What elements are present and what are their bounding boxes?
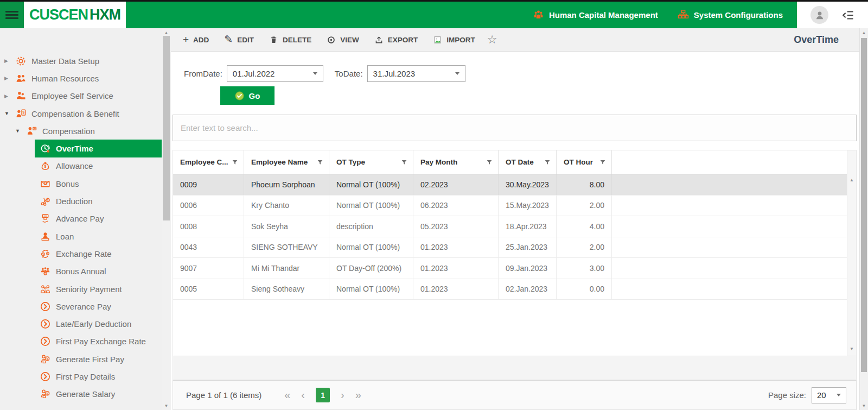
window-scrollbar-thumb[interactable] (861, 38, 867, 372)
sidebar-item-deduction[interactable]: Deduction (35, 192, 162, 210)
column-header-ot-date[interactable]: OT Date (499, 150, 557, 174)
column-header-ot-hour[interactable]: OT Hour (557, 150, 612, 174)
scroll-down-icon[interactable]: ▼ (860, 403, 868, 408)
from-date-picker[interactable]: 01.Jul.2022 (227, 65, 323, 82)
sidebar-item-label: Severance Pay (56, 302, 111, 311)
scroll-up-icon[interactable]: ▲ (860, 30, 868, 35)
sidebar-item-label: First Pay Details (56, 372, 115, 381)
table-row[interactable]: 9007Mi Mi ThandarOT Day-Off (200%)01.202… (173, 258, 856, 279)
sidebar-item-human-resources[interactable]: ▶Human Resources (0, 70, 162, 87)
pager-summary: Page 1 of 1 (6 items) (186, 390, 261, 400)
toolbar-button-label: IMPORT (446, 36, 475, 44)
first-page-button[interactable]: « (284, 389, 290, 401)
table-row[interactable]: 0006Kry ChantoNormal OT (100%)06.202315.… (173, 195, 856, 217)
sidebar-item-compensation-benefit[interactable]: ▼Compensation & Benefit (0, 105, 162, 122)
current-page-button[interactable]: 1 (316, 388, 330, 402)
sidebar-item-exchange-rate[interactable]: Exchange Rate (35, 245, 162, 262)
chevron-right-icon[interactable]: ▶ (4, 93, 15, 99)
to-date-picker[interactable]: 31.Jul.2023 (367, 65, 465, 82)
sidebar-item-generate-first-pay[interactable]: Generate First Pay (35, 350, 162, 368)
table-cell: 05.2023 (413, 216, 499, 237)
edit-button[interactable]: ✎EDIT (216, 33, 261, 46)
sidebar-item-seniority-payment[interactable]: Seniority Payment (35, 280, 162, 298)
sidebar-item-allowance[interactable]: Allowance (35, 157, 162, 175)
sidebar-item-label: Advance Pay (56, 214, 104, 223)
from-date-label: FromDate: (184, 69, 222, 78)
table-row[interactable]: 0009Phoeurn SorphoanNormal OT (100%)02.2… (173, 174, 856, 195)
sidebar-item-severance-pay[interactable]: Severance Pay (35, 298, 162, 315)
table-row[interactable]: 0005Sieng SotheavyNormal OT (100%)01.202… (173, 279, 856, 300)
column-header-label: Employee C... (180, 158, 228, 166)
panel-collapse-icon[interactable] (841, 9, 854, 22)
scissors-icon (40, 195, 51, 207)
chevron-right-icon[interactable]: ▶ (4, 58, 15, 64)
scroll-up-icon[interactable]: ▲ (162, 30, 171, 35)
page-size-select[interactable]: 20 (812, 387, 846, 403)
top-header-bar: CUSCEN HXM Human Capital Management Syst… (0, 0, 868, 28)
column-header-employee-name[interactable]: Employee Name (244, 150, 329, 174)
table-row[interactable]: 0043SIENG SOTHEAVYNormal OT (100%)01.202… (173, 237, 856, 258)
nav-human-capital-management[interactable]: Human Capital Management (533, 9, 658, 21)
scroll-up-icon[interactable]: ▲ (847, 178, 856, 182)
sidebar-item-master-data-setup[interactable]: ▶Master Data Setup (0, 52, 162, 70)
column-header-ot-type[interactable]: OT Type (329, 150, 413, 174)
sidebar-item-compensation[interactable]: ▼Compensation (0, 122, 162, 140)
previous-page-button[interactable]: ‹ (301, 389, 305, 401)
sidebar-item-first-pay-details[interactable]: First Pay Details (35, 368, 162, 385)
grid-search-box (173, 115, 857, 141)
sidebar-item-first-pay-exchange-rate[interactable]: First Pay Exchange Rate (35, 333, 162, 350)
import-button[interactable]: IMPORT (425, 33, 483, 47)
scroll-down-icon[interactable]: ▼ (162, 403, 171, 408)
view-button[interactable]: VIEW (319, 33, 367, 47)
favorite-button[interactable]: ☆ (487, 33, 497, 46)
grid-vertical-scrollbar[interactable]: ▲ ▼ (847, 150, 856, 356)
sidebar-scrollbar[interactable]: ▲ ▼ (162, 28, 171, 410)
sidebar-item-late-early-deduction[interactable]: Late/Early Deduction (35, 315, 162, 332)
export-button[interactable]: EXPORT (367, 33, 426, 47)
chevron-down-icon[interactable] (313, 72, 317, 75)
to-date-label: ToDate: (335, 69, 363, 78)
chevron-down-icon[interactable]: ▼ (15, 128, 26, 134)
chevron-right-icon[interactable]: ▶ (4, 75, 15, 81)
chevron-down-icon[interactable] (837, 394, 841, 396)
table-cell: Normal OT (100%) (329, 279, 413, 300)
hamburger-icon (5, 9, 18, 21)
chevron-down-icon[interactable]: ▼ (4, 111, 15, 116)
go-button[interactable]: Go (220, 86, 275, 105)
last-page-button[interactable]: » (355, 389, 361, 401)
window-scrollbar[interactable]: ▲ ▼ (859, 28, 868, 410)
sidebar-item-overtime[interactable]: OverTime (35, 140, 162, 157)
chevron-down-icon[interactable] (455, 72, 459, 75)
delete-button[interactable]: DELETE (261, 33, 319, 47)
sidebar-item-label: Exchange Rate (56, 249, 112, 258)
sidebar-item-advance-pay[interactable]: Advance Pay (35, 210, 162, 228)
app-logo: CUSCEN HXM (24, 2, 126, 28)
next-page-button[interactable]: › (341, 389, 344, 401)
sidebar-item-generate-salary[interactable]: Generate Salary (35, 386, 162, 403)
table-row[interactable]: 0008Sok Seyhadescription05.202318.Apr.20… (173, 216, 856, 237)
scroll-down-icon[interactable]: ▼ (847, 346, 856, 351)
nav-system-configurations[interactable]: System Configurations (678, 9, 783, 21)
sidebar-item-loan[interactable]: Loan (35, 228, 162, 245)
go-button-label: Go (249, 91, 260, 100)
table-cell: 02.Jan.2023 (499, 279, 557, 300)
column-header-label: OT Date (506, 158, 534, 166)
column-header-employee-c[interactable]: Employee C... (173, 150, 244, 174)
person-icon (814, 10, 825, 21)
hamburger-menu-button[interactable] (0, 2, 24, 28)
sidebar-scrollbar-thumb[interactable] (163, 36, 170, 220)
sidebar-item-employee-self-service[interactable]: ▶Employee Self Service (0, 87, 162, 105)
column-header-pay-month[interactable]: Pay Month (413, 150, 499, 174)
nav-label: Human Capital Management (549, 10, 658, 20)
user-avatar[interactable] (810, 6, 828, 24)
column-header-label: OT Hour (564, 158, 593, 166)
toolbar-button-label: VIEW (340, 36, 359, 44)
table-cell: 15.May.2023 (499, 195, 557, 216)
search-input[interactable] (181, 123, 848, 133)
add-button[interactable]: +ADD (175, 33, 216, 46)
grid-header-row: Employee C...Employee NameOT TypePay Mon… (173, 150, 856, 174)
circle-chevron-icon (40, 371, 51, 382)
sidebar-nav: ▶Master Data Setup▶Human Resources▶Emplo… (0, 28, 162, 410)
sidebar-item-bonus-annual[interactable]: Bonus Annual (35, 263, 162, 280)
sidebar-item-bonus[interactable]: Bonus (35, 175, 162, 192)
